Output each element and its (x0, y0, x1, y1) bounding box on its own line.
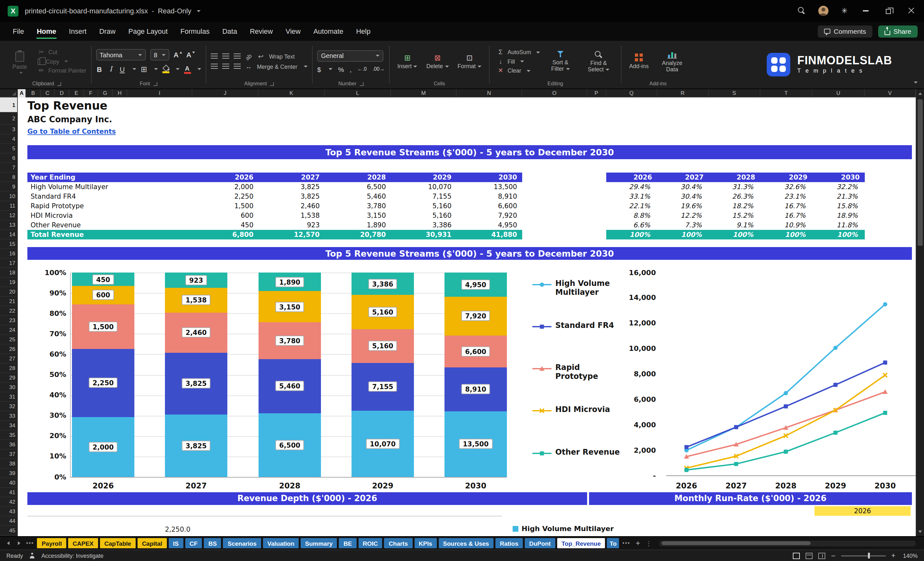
sheet-tab-roic[interactable]: ROIC (358, 538, 382, 548)
wrap-text-button[interactable]: Wrap Text (269, 53, 294, 60)
row-header-41[interactable]: 41 (0, 488, 18, 497)
cell-value[interactable]: 3,386 (391, 220, 457, 230)
row-header-1[interactable]: 1 (0, 98, 18, 113)
cell-value[interactable]: 10.9% (760, 220, 813, 230)
font-color-button[interactable] (184, 64, 191, 74)
cell-value[interactable]: 1,500 (192, 201, 258, 211)
cell-value[interactable]: 10,070 (391, 182, 457, 192)
align-middle-icon[interactable] (222, 54, 229, 59)
cell-value[interactable]: 6,800 (192, 230, 258, 239)
cell-value[interactable]: 600 (192, 211, 258, 220)
align-center-icon[interactable] (222, 64, 229, 69)
row-header-25[interactable]: 25 (0, 335, 18, 345)
restore-button[interactable] (883, 6, 893, 16)
format-painter-button[interactable]: Format Painter (38, 68, 86, 74)
column-header-T[interactable]: T (760, 89, 813, 98)
zoom-slider-thumb[interactable] (868, 553, 870, 558)
italic-button[interactable] (107, 65, 114, 73)
cell-value[interactable]: 41,880 (457, 230, 522, 239)
borders-button[interactable] (140, 64, 147, 74)
row-header-12[interactable]: 12 (0, 211, 18, 220)
cell-value[interactable]: 2,000 (192, 182, 258, 192)
read-only-badge[interactable]: Read-Only (158, 7, 191, 15)
percent-format-button[interactable] (338, 65, 344, 73)
dialog-launcher-icon[interactable] (57, 82, 61, 86)
row-header-13[interactable]: 13 (0, 220, 18, 230)
horizontal-scrollbar-thumb[interactable] (662, 541, 811, 545)
cell-value[interactable]: 1,538 (258, 211, 325, 220)
zoom-in-button[interactable] (891, 552, 896, 559)
align-bottom-icon[interactable] (233, 54, 240, 59)
cell-value[interactable]: 2028 (325, 172, 391, 182)
column-header-O[interactable]: O (522, 89, 587, 98)
comments-button[interactable]: Comments (818, 25, 872, 37)
cell-value[interactable]: 3,825 (258, 192, 325, 201)
row-header-24[interactable]: 24 (0, 326, 18, 335)
row-header-10[interactable]: 10 (0, 192, 18, 201)
row-header-23[interactable]: 23 (0, 316, 18, 326)
align-right-icon[interactable] (233, 64, 240, 69)
cell-value[interactable]: 1,890 (325, 220, 391, 230)
increase-decimal-button[interactable] (357, 66, 366, 72)
cell-value[interactable]: 13,500 (457, 182, 522, 192)
share-button[interactable]: Share (878, 25, 918, 37)
menu-tab-draw[interactable]: Draw (93, 22, 122, 41)
cell-value[interactable]: 100% (813, 230, 865, 239)
bold-button[interactable] (96, 65, 103, 73)
addins-button[interactable]: Add-ins (626, 53, 652, 70)
cell-value[interactable]: 923 (258, 220, 325, 230)
decrease-decimal-button[interactable] (372, 66, 385, 72)
cell-value[interactable]: 18.2% (709, 201, 760, 211)
sheet-tab-payroll[interactable]: Payroll (37, 538, 66, 548)
cell-value[interactable]: 5,460 (325, 192, 391, 201)
row-header-37[interactable]: 37 (0, 450, 18, 459)
bar-segment[interactable] (351, 410, 414, 477)
menu-tab-file[interactable]: File (6, 22, 30, 41)
row-header-2[interactable]: 2 (0, 113, 18, 125)
cell-value[interactable]: 100% (760, 230, 813, 239)
align-left-icon[interactable] (210, 64, 218, 69)
cell-value[interactable]: 6.6% (606, 220, 657, 230)
bar-segment[interactable] (72, 273, 134, 286)
bar-segment[interactable] (165, 313, 227, 353)
menu-tab-view[interactable]: View (279, 22, 307, 41)
menu-tab-automate[interactable]: Automate (307, 22, 350, 41)
column-header-U[interactable]: U (813, 89, 865, 98)
bar-segment[interactable] (72, 349, 134, 417)
row-header-21[interactable]: 21 (0, 297, 18, 306)
cell-value[interactable]: 20,780 (325, 230, 391, 239)
sort-filter-button[interactable]: Sort & Filter (543, 50, 578, 73)
cell-value[interactable]: 33.1% (606, 192, 657, 201)
bar-segment[interactable] (444, 297, 507, 335)
menu-tab-insert[interactable]: Insert (63, 22, 93, 41)
row-header-28[interactable]: 28 (0, 364, 18, 373)
cell-value[interactable]: 18.9% (813, 211, 865, 220)
copy-button[interactable]: Copy (38, 58, 86, 64)
zoom-slider[interactable] (841, 555, 885, 556)
font-name-select[interactable]: Tahoma (96, 49, 146, 60)
zoom-level[interactable]: 140% (901, 552, 918, 559)
cell-value[interactable]: 12.2% (657, 211, 709, 220)
column-header-R[interactable]: R (657, 89, 709, 98)
bar-segment[interactable] (258, 360, 321, 413)
dialog-launcher-icon[interactable] (153, 82, 157, 86)
cell-value[interactable]: 12,570 (258, 230, 325, 239)
accessibility-status[interactable]: Accessibility: Investigate (41, 552, 104, 559)
cell-value[interactable]: 6,500 (325, 182, 391, 192)
bar-segment[interactable] (444, 273, 507, 297)
paste-button[interactable]: Paste (7, 50, 33, 74)
row-header-43[interactable]: 43 (0, 507, 18, 516)
bar-segment[interactable] (444, 411, 507, 477)
more-sheets-button[interactable] (622, 540, 630, 546)
sheet-tab-summary[interactable]: Summary (301, 538, 337, 548)
row-header-40[interactable]: 40 (0, 478, 18, 488)
column-header-Q[interactable]: Q (606, 89, 657, 98)
column-header-J[interactable]: J (192, 89, 258, 98)
sheet-tab-bs[interactable]: BS (204, 538, 221, 548)
cell-value[interactable]: 29.4% (606, 182, 657, 192)
cell-value[interactable]: 30,931 (391, 230, 457, 239)
autosum-button[interactable]: AutoSum (497, 49, 540, 56)
sheet-tab-ratios[interactable]: Ratios (495, 538, 523, 548)
row-header-26[interactable]: 26 (0, 345, 18, 354)
bar-segment[interactable] (351, 329, 414, 363)
